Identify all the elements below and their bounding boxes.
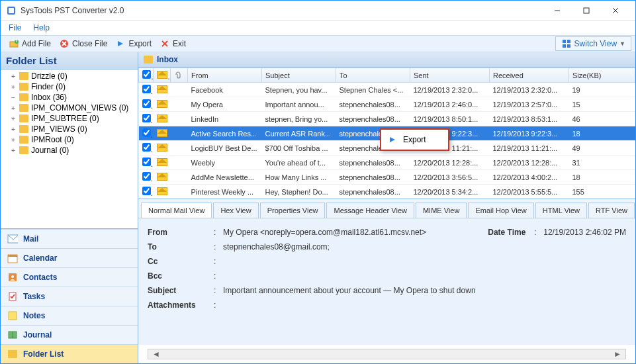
menu-help[interactable]: Help [33, 23, 50, 32]
nav-contacts[interactable]: Contacts [1, 267, 138, 287]
tab-html[interactable]: HTML View [535, 203, 587, 218]
tree-item[interactable]: +IPM_VIEWS (0) [1, 124, 138, 134]
col-received[interactable]: Received [490, 68, 569, 83]
mail-icon [7, 234, 18, 244]
col-checkbox[interactable] [139, 68, 154, 83]
row-checkbox[interactable] [142, 128, 151, 137]
col-size[interactable]: Size(KB) [569, 68, 635, 83]
tree-item[interactable]: +IPM_SUBTREE (0) [1, 113, 138, 124]
detail-datetime-label: Date Time [488, 228, 534, 237]
minimize-button[interactable] [543, 1, 572, 20]
nav-calendar[interactable]: Calendar [1, 248, 138, 267]
folder-icon [19, 72, 28, 80]
expand-icon[interactable]: + [10, 147, 17, 154]
svg-rect-21 [8, 255, 17, 257]
table-row[interactable]: AddMe Newslette... How Many Links ... st… [139, 170, 635, 185]
col-from[interactable]: From [188, 68, 262, 83]
folder-plus-icon: + [9, 38, 19, 49]
expand-icon[interactable]: + [10, 126, 17, 133]
tab-hop[interactable]: Email Hop View [468, 203, 533, 218]
row-checkbox[interactable] [142, 172, 151, 181]
expand-icon[interactable]: + [10, 115, 17, 122]
col-icon[interactable] [154, 68, 171, 83]
nav-folder-list[interactable]: Folder List [1, 344, 138, 363]
col-subject[interactable]: Subject [262, 68, 336, 83]
cell-subject: Hey, Stephen! Do... [262, 185, 336, 199]
journal-icon [7, 330, 18, 340]
scroll-left-icon[interactable]: ◄ [151, 349, 161, 359]
title-bar: SysTools PST Converter v2.0 [1, 1, 635, 21]
exit-button[interactable]: Exit [156, 37, 190, 50]
svg-marker-28 [390, 137, 395, 142]
tab-properties[interactable]: Properties View [260, 203, 326, 218]
row-checkbox[interactable] [142, 143, 151, 152]
tree-item-label: IPM_VIEWS (0) [31, 124, 87, 134]
tree-item[interactable]: −Inbox (36) [1, 92, 138, 103]
tree-item-label: Drizzle (0) [31, 71, 68, 81]
export-button[interactable]: Export [111, 37, 156, 50]
expand-icon[interactable]: + [10, 83, 17, 91]
row-checkbox[interactable] [142, 85, 151, 93]
row-checkbox[interactable] [142, 99, 151, 108]
tab-msg-header[interactable]: Message Header View [326, 203, 414, 218]
tab-hex[interactable]: Hex View [213, 203, 258, 218]
envelope-icon [157, 173, 167, 181]
notes-icon [7, 310, 18, 321]
expand-icon[interactable]: − [10, 94, 17, 101]
table-row[interactable]: My Opera Important annou... stepnenchale… [139, 97, 635, 112]
table-row[interactable]: Facebook Stepnen, you hav... Stepnen Cha… [139, 83, 635, 97]
nav-notes[interactable]: Notes [1, 306, 138, 325]
cell-size: 155 [569, 185, 635, 199]
svg-rect-1 [9, 8, 14, 13]
row-checkbox[interactable] [142, 187, 151, 195]
detail-attachments-label: Attachments [148, 300, 214, 310]
maximize-button[interactable] [572, 1, 601, 20]
table-row[interactable]: Pinterest Weekly ... Hey, Stephen! Do...… [139, 185, 635, 199]
tab-mime[interactable]: MIME View [416, 203, 467, 218]
tree-item[interactable]: +Drizzle (0) [1, 71, 138, 81]
switch-view-button[interactable]: Switch View ▼ [555, 36, 631, 51]
chevron-down-icon: ▼ [619, 40, 625, 47]
tree-item[interactable]: +Finder (0) [1, 81, 138, 92]
tree-item[interactable]: +Journal (0) [1, 145, 138, 156]
close-button[interactable] [601, 1, 630, 20]
nav-mail[interactable]: Mail [1, 229, 138, 248]
expand-icon[interactable]: + [10, 136, 17, 144]
col-sent[interactable]: Sent [410, 68, 490, 83]
grid-icon [561, 38, 572, 49]
context-export[interactable]: Export [383, 132, 446, 148]
cell-subject: You're ahead of t... [262, 156, 336, 170]
cell-size: 49 [569, 141, 635, 156]
cell-to: stepnenchales08... [336, 185, 410, 199]
detail-subject-label: Subject [148, 286, 214, 295]
detail-horizontal-scrollbar[interactable]: ◄ ► [148, 349, 626, 359]
svg-marker-12 [118, 41, 123, 46]
folder-tree[interactable]: +Drizzle (0)+Finder (0)−Inbox (36)+IPM_C… [1, 69, 138, 229]
close-file-button[interactable]: Close File [55, 37, 111, 50]
tab-rtf[interactable]: RTF View [588, 203, 635, 218]
tree-item[interactable]: +IPM_COMMON_VIEWS (0) [1, 103, 138, 113]
expand-icon[interactable]: + [10, 105, 17, 112]
table-row[interactable]: LinkedIn stepnen, Bring yo... stepnencha… [139, 112, 635, 126]
svg-rect-3 [584, 8, 589, 13]
col-attach[interactable] [171, 68, 188, 83]
context-export-label: Export [403, 135, 426, 144]
detail-to-label: To [148, 242, 214, 251]
cell-from: Active Search Res... [188, 126, 262, 141]
col-to[interactable]: To [336, 68, 410, 83]
tab-normal[interactable]: Normal Mail View [141, 203, 212, 218]
menu-file[interactable]: File [9, 23, 21, 32]
tree-item[interactable]: +IPMRoot (0) [1, 134, 138, 145]
nav-journal[interactable]: Journal [1, 325, 138, 344]
expand-icon[interactable]: + [10, 73, 17, 80]
row-checkbox[interactable] [142, 114, 151, 122]
table-row[interactable]: Weebly You're ahead of t... stepnenchale… [139, 156, 635, 170]
add-file-button[interactable]: + Add File [5, 37, 55, 50]
row-checkbox[interactable] [142, 158, 151, 166]
nav-tasks[interactable]: Tasks [1, 287, 138, 306]
detail-panel: From : My Opera <noreply=opera.com@mail1… [138, 218, 635, 345]
scroll-right-icon[interactable]: ► [612, 349, 623, 359]
folder-icon [19, 83, 28, 91]
envelope-icon [157, 158, 167, 166]
cell-received: 12/19/2013 8:53:1... [490, 112, 569, 126]
